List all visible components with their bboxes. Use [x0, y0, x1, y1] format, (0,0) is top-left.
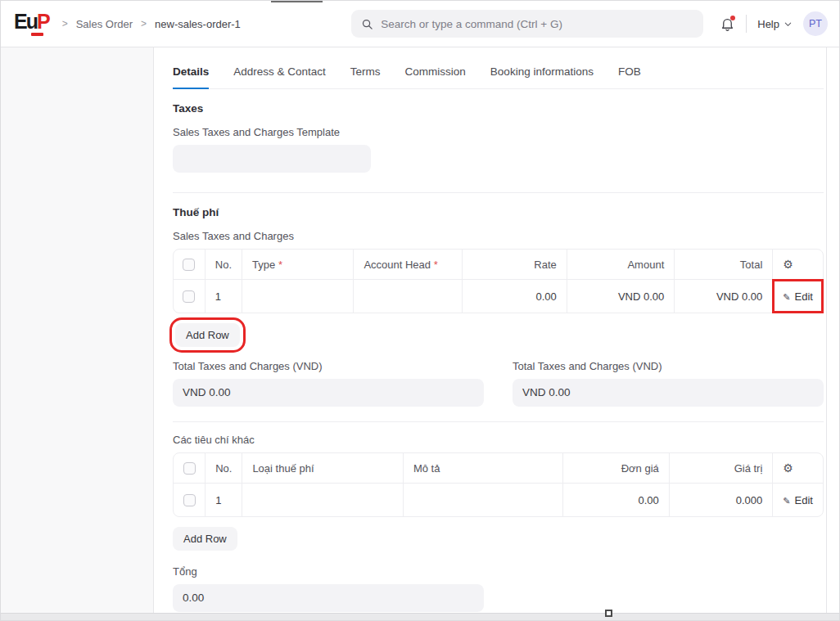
section-divider	[173, 421, 824, 422]
col-gia-tri: Giá trị	[670, 453, 774, 484]
row-edit-button[interactable]: ✎Edit	[773, 280, 823, 313]
scrollbar-track[interactable]	[826, 47, 839, 614]
notification-dot	[730, 16, 735, 20]
tab-details[interactable]: Details	[173, 65, 209, 89]
sales-taxes-charges-table: No. Type * Account Head * Rate Amount To…	[173, 249, 824, 313]
section-divider	[173, 192, 824, 193]
taxes-template-label: Sales Taxes and Charges Template	[173, 126, 822, 138]
other-criteria-table: No. Loại thuế phí Mô tả Đơn giá Giá trị …	[173, 452, 824, 517]
breadcrumb-sales-order[interactable]: Sales Order	[76, 18, 133, 30]
notifications-button[interactable]	[720, 16, 735, 32]
tab-address-contact[interactable]: Address & Contact	[233, 65, 326, 88]
cell-no: 1	[205, 484, 242, 516]
tong-label: Tổng	[173, 565, 822, 578]
table-header-row: No. Type * Account Head * Rate Amount To…	[174, 250, 823, 280]
help-menu[interactable]: Help	[757, 18, 793, 30]
cell-loai-thue-phi[interactable]	[242, 484, 404, 516]
other-criteria-label: Các tiêu chí khác	[173, 434, 822, 446]
col-mo-ta: Mô tả	[404, 453, 563, 484]
cell-total[interactable]: VND 0.00	[675, 280, 773, 313]
breadcrumb-separator: >	[62, 18, 68, 29]
table-settings-gear-icon[interactable]: ⚙	[773, 453, 823, 484]
cell-no: 1	[205, 280, 242, 313]
total-taxes-value-1: VND 0.00	[173, 379, 484, 407]
cell-amount[interactable]: VND 0.00	[567, 280, 675, 313]
section-title-taxes: Taxes	[173, 102, 822, 115]
required-marker: *	[278, 259, 282, 271]
row-checkbox[interactable]	[183, 290, 195, 303]
logo-accent: P	[37, 10, 49, 33]
row-edit-button[interactable]: ✎Edit	[773, 484, 823, 516]
col-account-head: Account Head *	[354, 250, 462, 280]
top-navbar: EuP > Sales Order > new-sales-order-1	[1, 1, 839, 47]
col-total: Total	[675, 250, 773, 280]
breadcrumb: > Sales Order > new-sales-order-1	[62, 18, 241, 30]
total-taxes-label-2: Total Taxes and Charges (VND)	[513, 360, 824, 372]
header-divider	[746, 15, 747, 33]
cell-don-gia[interactable]: 0.00	[563, 484, 670, 516]
col-loai-thue-phi: Loại thuế phí	[242, 453, 404, 484]
help-label: Help	[757, 18, 779, 30]
left-sidebar	[1, 47, 154, 614]
totals-row: Total Taxes and Charges (VND) VND 0.00 T…	[173, 360, 824, 407]
search-input[interactable]	[381, 18, 693, 30]
table-row: 1 0.00 0.000 ✎Edit	[174, 484, 823, 516]
sales-taxes-charges-label: Sales Taxes and Charges	[173, 230, 822, 242]
row-checkbox[interactable]	[183, 494, 196, 506]
total-taxes-label-1: Total Taxes and Charges (VND)	[173, 360, 484, 372]
header-actions: Help PT	[720, 11, 828, 36]
section-title-thue-phi: Thuế phí	[173, 206, 822, 218]
form-tabs: Details Address & Contact Terms Commissi…	[173, 47, 824, 89]
bottom-scrollbar[interactable]	[1, 613, 840, 620]
select-all-checkbox[interactable]	[183, 259, 195, 271]
total-taxes-value-2: VND 0.00	[513, 379, 824, 407]
tab-terms[interactable]: Terms	[350, 65, 381, 88]
cell-account-head[interactable]	[354, 280, 462, 313]
table-settings-gear-icon[interactable]: ⚙	[773, 250, 823, 280]
app-window: EuP > Sales Order > new-sales-order-1	[0, 0, 840, 621]
user-avatar[interactable]: PT	[803, 11, 828, 36]
resize-handle[interactable]	[605, 610, 612, 617]
add-row-button-taxes[interactable]: Add Row	[175, 323, 240, 347]
logo-sub-badge	[31, 33, 43, 36]
col-no: No.	[205, 250, 242, 280]
cell-gia-tri[interactable]: 0.000	[670, 484, 774, 516]
pencil-icon: ✎	[783, 496, 790, 506]
tong-value: 0.00	[173, 584, 484, 612]
tab-commission[interactable]: Commission	[405, 65, 466, 88]
required-marker: *	[434, 259, 438, 271]
screenshot-artifact	[271, 1, 323, 2]
form-content: Details Address & Contact Terms Commissi…	[154, 47, 826, 614]
taxes-template-input[interactable]	[173, 145, 371, 173]
tab-booking-informations[interactable]: Booking informations	[490, 65, 594, 88]
col-no: No.	[205, 453, 242, 484]
col-rate: Rate	[463, 250, 567, 280]
tab-fob[interactable]: FOB	[618, 65, 641, 88]
search-icon	[361, 18, 373, 30]
table-header-row: No. Loại thuế phí Mô tả Đơn giá Giá trị …	[174, 453, 823, 484]
col-amount: Amount	[567, 250, 675, 280]
global-search[interactable]	[351, 10, 703, 38]
cell-mo-ta[interactable]	[404, 484, 563, 516]
breadcrumb-separator: >	[141, 18, 147, 29]
chevron-down-icon	[784, 20, 793, 29]
cell-type[interactable]	[242, 280, 354, 313]
add-row-button-other[interactable]: Add Row	[173, 527, 237, 551]
breadcrumb-current-doc: new-sales-order-1	[155, 18, 241, 30]
logo-text: EuP	[14, 11, 49, 32]
select-all-checkbox[interactable]	[183, 462, 196, 475]
table-row: 1 0.00 VND 0.00 VND 0.00 ✎Edit	[174, 280, 823, 313]
pencil-icon: ✎	[783, 292, 790, 303]
app-logo[interactable]: EuP	[14, 11, 49, 36]
col-type: Type *	[242, 250, 354, 280]
col-don-gia: Đơn giá	[563, 453, 670, 484]
cell-rate[interactable]: 0.00	[463, 280, 567, 313]
